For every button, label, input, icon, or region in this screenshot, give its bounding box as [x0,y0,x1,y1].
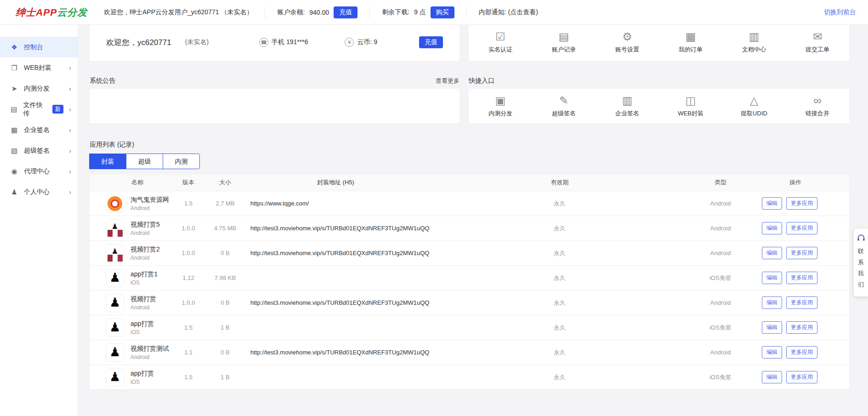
entry-icon: ▦ [686,31,696,43]
quick-entry[interactable]: △ 提取UDID [722,95,786,118]
app-name: app打赏 [130,370,154,378]
sidebar-item-label: 内测分发 [24,85,50,93]
app-url[interactable]: http://test3.moviehome.vip/s/TURBd01EQXd… [246,299,440,306]
developer-entry[interactable]: ☑ 实名认证 [469,31,532,54]
app-url[interactable]: https://www.tqge.com/ [246,200,440,207]
chevron-right-icon: › [69,126,71,134]
sidebar-item-icon: ▤ [10,105,18,114]
edit-button[interactable]: 编辑 [762,371,782,383]
table-row: 视频打赏2 Android 1.0.0 0 B http://test3.mov… [90,240,849,265]
app-name: 视频打赏5 [130,221,160,229]
more-apps-button[interactable]: 更多应用 [786,371,817,383]
app-url[interactable]: http://test3.moviehome.vip/s/TURBd01EQXd… [246,250,440,256]
more-apps-button[interactable]: 更多应用 [786,296,817,309]
app-name: 视频打赏2 [130,245,160,254]
sidebar-item[interactable]: ▧ 超级签名 › [0,140,78,161]
col-url: 封装地址 (H5) [246,178,440,187]
quick-entry[interactable]: ∞ 链接合并 [786,95,849,118]
quick-entry[interactable]: ◫ WEB封装 [659,95,722,118]
sidebar-item[interactable]: ❖ 控制台 [0,37,78,57]
app-list-section: 应用列表 (记录) 封装 超级 内测 名称 版本 大小 封装地址 (H5) 有效… [90,140,849,389]
tab[interactable]: 封装 [89,154,126,169]
more-apps-button[interactable]: 更多应用 [786,346,817,359]
app-url[interactable]: http://test3.moviehome.vip/s/TURBd01EQXd… [246,225,440,232]
col-action: 操作 [762,178,849,187]
app-url[interactable]: http://test3.moviehome.vip/s/TURBd01EQXd… [246,349,440,356]
sidebar-item-icon: ♟ [10,188,18,196]
edit-button[interactable]: 编辑 [762,222,782,234]
developer-entry[interactable]: ▤ 账户记录 [532,31,596,54]
realname-status: (未实名) [185,38,209,46]
developer-entry[interactable]: ▦ 我的订单 [659,31,722,54]
app-platform: Android [130,354,169,360]
account-recharge-button[interactable]: 充值 [419,36,443,48]
entry-icon: ▥ [622,95,633,107]
app-validity: 永久 [440,199,679,208]
quick-entry-card: ▣ 内测分发 ✎ 超级签名 ▥ 企业签名 ◫ [469,89,849,124]
app-version: 1.0.0 [172,299,204,306]
more-apps-button[interactable]: 更多应用 [786,222,817,234]
phone-info: ☎ 手机 191***6 [259,38,308,47]
sidebar-item-label: 超级签名 [24,147,50,155]
app-type: iOS免签 [679,324,762,332]
edit-button[interactable]: 编辑 [762,321,782,334]
tab[interactable]: 内测 [163,154,200,169]
developer-entry[interactable]: ▥ 文档中心 [722,31,786,54]
app-logo[interactable]: 绅士APP云分发 [0,6,92,19]
app-table: 名称 版本 大小 封装地址 (H5) 有效期 类型 操作 淘气鬼资源网 [90,174,849,389]
developer-entry[interactable]: ✉ 提交工单 [786,31,849,54]
more-apps-button[interactable]: 更多应用 [786,272,817,284]
quick-entry[interactable]: ▣ 内测分发 [469,95,532,118]
table-row: 淘气鬼资源网 Android 1.5 2.7 MB https://www.tq… [90,191,849,216]
tab[interactable]: 超级 [126,154,163,169]
developer-card: ☑ 实名认证 ▤ 账户记录 ⚙ 账号设置 ▦ [469,23,849,61]
buy-button[interactable]: 购买 [431,6,454,18]
app-name: 视频打赏测试 [130,345,169,353]
sidebar-item[interactable]: ♟ 个人中心 › [0,182,78,202]
sidebar-item-icon: ❖ [10,43,18,51]
developer-entry[interactable]: ⚙ 账号设置 [596,31,659,54]
switch-to-front-link[interactable]: 切换到前台 [824,8,868,17]
more-apps-button[interactable]: 更多应用 [786,321,817,334]
app-version: 1.0.0 [172,250,204,256]
app-size: 4.75 MB [204,225,246,232]
entry-label: 账号设置 [615,46,639,54]
more-apps-button[interactable]: 更多应用 [786,197,817,210]
view-more-link[interactable]: 查看更多 [436,77,460,85]
app-list-tabs: 封装 超级 内测 [90,154,200,169]
table-row: 视频打赏测试 Android 1.1 0 B http://test3.movi… [90,340,849,365]
recharge-button[interactable]: 充值 [334,6,357,18]
sidebar-item[interactable]: ▦ 企业签名 › [0,120,78,140]
sidebar-item[interactable]: ◉ 代理中心 › [0,161,78,182]
entry-icon: ▥ [749,31,760,43]
edit-button[interactable]: 编辑 [762,197,782,210]
sidebar-item-label: 代理中心 [24,167,50,176]
contact-us-widget[interactable]: 联系我们 [854,228,868,296]
account-welcome-text: 欢迎您，yc620771 [106,37,171,48]
sidebar-item-label: 控制台 [24,43,43,51]
app-platform: iOS [130,329,154,336]
app-name: app打赏1 [130,270,158,279]
edit-button[interactable]: 编辑 [762,247,782,259]
sidebar-item-label: WEB封装 [24,64,51,72]
edit-button[interactable]: 编辑 [762,346,782,359]
downloads-value: 9 点 [414,8,426,17]
quick-entry[interactable]: ▥ 企业签名 [596,95,659,118]
col-validity: 有效期 [440,178,679,187]
edit-button[interactable]: 编辑 [762,296,782,309]
sidebar-item-icon: ▧ [10,147,18,155]
app-platform: Android [130,230,160,236]
sidebar-item[interactable]: ❒ WEB封装 › [0,57,78,78]
quick-entry[interactable]: ✎ 超级签名 [532,95,596,118]
phone-icon: ☎ [259,38,268,47]
sidebar-item-label: 个人中心 [24,188,50,196]
more-apps-button[interactable]: 更多应用 [786,247,817,259]
sidebar-item-icon: ▦ [10,126,18,134]
sidebar-item[interactable]: ▤ 文件快传 新 › [0,99,78,120]
internal-notice-link[interactable]: 内部通知: (点击查看) [466,6,550,18]
sidebar-item-label: 文件快传 [23,101,47,118]
app-version: 1.5 [172,200,204,207]
edit-button[interactable]: 编辑 [762,272,782,284]
app-validity: 永久 [440,249,679,257]
sidebar-item[interactable]: ➤ 内测分发 › [0,78,78,99]
